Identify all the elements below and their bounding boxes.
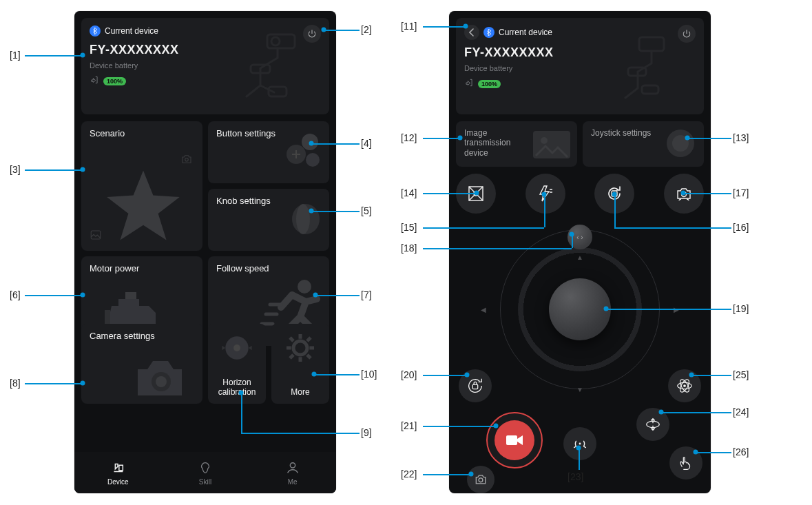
- battery-device-icon: [90, 75, 99, 87]
- svg-rect-21: [642, 85, 658, 94]
- gimbal-illustration: [226, 30, 322, 106]
- motor-power-label: Motor power: [90, 263, 158, 274]
- lock-rotate-icon: [466, 377, 484, 395]
- svg-point-36: [579, 443, 581, 445]
- bluetooth-icon: [90, 25, 101, 37]
- horizon-calibration-tile[interactable]: Horizon calibration: [208, 324, 266, 404]
- svg-point-1: [271, 37, 280, 45]
- callout-4-label: [4]: [361, 138, 372, 149]
- bluetooth-label: Current device: [105, 26, 158, 36]
- camera-settings-label: Camera settings: [90, 331, 158, 342]
- callout-1-label: [1]: [10, 50, 21, 61]
- callout-9-label: [9]: [361, 427, 372, 438]
- button-settings-label: Button settings: [216, 128, 285, 139]
- tab-me-label: Me: [288, 478, 298, 486]
- callout-24-label: [24]: [733, 406, 749, 418]
- bluetooth-status: Current device: [90, 25, 158, 37]
- knob-settings-tile[interactable]: Knob settings: [208, 189, 329, 251]
- photo-button[interactable]: [467, 466, 495, 493]
- svg-point-8: [306, 153, 320, 167]
- tab-skill[interactable]: Skill: [162, 452, 249, 493]
- svg-rect-11: [105, 310, 110, 324]
- svg-point-18: [290, 462, 295, 467]
- atom-icon: [676, 377, 694, 395]
- device-header-panel-right: Current device FY-XXXXXXXX Device batter…: [456, 18, 704, 114]
- callout-17-label: [17]: [733, 187, 749, 198]
- horizon-calibration-label: Horizon calibration: [208, 378, 266, 397]
- callout-15-label: [15]: [401, 222, 417, 233]
- bluetooth-status-right: Current device: [483, 27, 552, 38]
- svg-rect-30: [472, 384, 477, 389]
- joystick-knob-icon: [664, 127, 697, 160]
- button-settings-tile[interactable]: Button settings: [208, 121, 329, 183]
- callout-13-label: [13]: [733, 132, 749, 143]
- recenter-button[interactable]: [563, 427, 596, 460]
- callout-18-label: [18]: [401, 243, 417, 254]
- svg-point-38: [479, 478, 483, 482]
- joystick-up-arrow: ▲: [576, 254, 583, 261]
- device-tab-icon: [110, 460, 125, 475]
- image-icon: [90, 229, 102, 241]
- callout-7-label: [7]: [361, 289, 372, 300]
- scenario-label: Scenario: [90, 128, 158, 139]
- knob-settings-label: Knob settings: [216, 196, 285, 207]
- callout-20-label: [20]: [401, 369, 417, 380]
- callout-2-label: [2]: [361, 24, 372, 35]
- bottom-tab-bar: Device Skill Me: [74, 452, 336, 493]
- tab-device[interactable]: Device: [74, 452, 162, 493]
- battery-percent-right: 100%: [478, 80, 501, 88]
- spin-icon: [644, 415, 662, 433]
- battery-device-icon: [464, 78, 474, 90]
- svg-rect-19: [639, 37, 664, 51]
- callout-21-label: [21]: [401, 420, 417, 431]
- camera-icon: [180, 153, 193, 165]
- joystick-down-arrow: ▼: [576, 386, 583, 393]
- callout-16-label: [16]: [733, 222, 749, 233]
- record-icon: [495, 420, 534, 460]
- tab-skill-label: Skill: [199, 478, 211, 486]
- image-placeholder-icon: [532, 130, 572, 160]
- more-tile[interactable]: More: [271, 324, 329, 404]
- callout-22-label: [22]: [401, 468, 417, 480]
- recenter-icon: [571, 435, 589, 453]
- callout-5-label: [5]: [361, 205, 372, 216]
- callout-8-label: [8]: [10, 378, 21, 389]
- tab-device-label: Device: [107, 478, 129, 486]
- callout-6-label: [6]: [10, 289, 21, 300]
- callout-25-label: [25]: [733, 369, 749, 380]
- tab-me[interactable]: Me: [249, 452, 336, 493]
- record-button[interactable]: [486, 412, 543, 468]
- me-tab-icon: [285, 460, 300, 475]
- joystick-settings-label: Joystick settings: [591, 128, 653, 138]
- gear-icon: [283, 331, 317, 365]
- camera-settings-tile[interactable]: Camera settings: [81, 324, 202, 404]
- joystick-settings-tile[interactable]: Joystick settings: [583, 121, 704, 167]
- gesture-icon: [677, 454, 695, 472]
- bluetooth-icon: [483, 27, 495, 38]
- svg-point-4: [185, 158, 189, 162]
- knob-icon: [282, 198, 324, 240]
- scenario-tile[interactable]: Scenario: [81, 121, 202, 251]
- callout-23-label: [23]: [568, 471, 583, 482]
- horizon-icon: [220, 331, 254, 365]
- image-transmission-label: Image transmission device: [464, 128, 526, 158]
- bottom-right-group: Horizon calibration More: [208, 324, 329, 404]
- phone-right-screenshot: Current device FY-XXXXXXXX Device batter…: [449, 11, 711, 493]
- device-header-panel: Current device FY-XXXXXXXX Device batter…: [81, 18, 329, 114]
- joystick-thumb[interactable]: [549, 278, 611, 340]
- gimbal-illustration-right: [601, 30, 697, 106]
- svg-rect-5: [91, 231, 101, 239]
- image-transmission-tile[interactable]: Image transmission device: [456, 121, 577, 167]
- joystick-left-arrow: ◀: [481, 305, 486, 313]
- more-label: More: [271, 387, 329, 397]
- svg-point-14: [156, 376, 167, 387]
- bluetooth-label-right: Current device: [499, 28, 552, 37]
- svg-point-12: [298, 280, 311, 293]
- svg-point-17: [293, 341, 307, 355]
- battery-percent-badge: 100%: [103, 77, 126, 85]
- camera-body-icon: [128, 353, 190, 401]
- callout-11-label: [11]: [401, 21, 417, 32]
- star-icon: [102, 164, 185, 247]
- callout-26-label: [26]: [733, 446, 749, 457]
- follow-speed-label: Follow speed: [216, 263, 285, 274]
